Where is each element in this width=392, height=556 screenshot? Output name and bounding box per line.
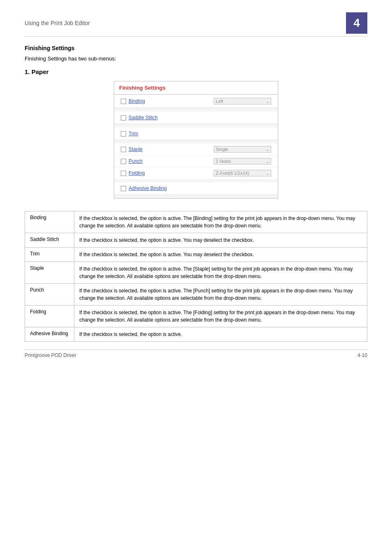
gap-5: [114, 195, 278, 198]
adhesive-label[interactable]: Adhesive Binding: [129, 185, 271, 191]
desc-cell: If the checkbox is selected, the option …: [74, 233, 367, 248]
saddle-stitch-label[interactable]: Saddle Stitch: [129, 115, 271, 120]
staple-select-arrow: ⌄: [266, 147, 269, 152]
binding-label[interactable]: Binding: [129, 98, 214, 104]
dialog-group-spf: Staple Single ⌄ Punch 2 Holes ⌄ Folding …: [114, 144, 278, 179]
subsection-title: 1. Paper: [25, 68, 367, 75]
term-cell: Adhesive Binding: [25, 327, 74, 342]
page-header: Using the Print Job Editor 4: [25, 12, 367, 37]
desc-cell: If the checkbox is selected, the option …: [74, 327, 367, 342]
section-title: Finishing Settings: [25, 45, 367, 51]
desc-cell: If the checkbox is selected, the option …: [74, 262, 367, 284]
footer-page-number: 4-10: [357, 352, 367, 358]
folding-select[interactable]: Z-Fold(8 1/2x14) ⌄: [214, 170, 271, 176]
description-table: BindingIf the checkbox is selected, the …: [25, 211, 367, 342]
table-row: FoldingIf the checkbox is selected, the …: [25, 306, 367, 327]
folding-select-arrow: ⌄: [266, 171, 269, 176]
punch-select[interactable]: 2 Holes ⌄: [214, 158, 271, 164]
footer-product: Printgroove POD Driver: [25, 352, 76, 358]
table-row: Saddle StitchIf the checkbox is selected…: [25, 233, 367, 248]
desc-cell: If the checkbox is selected, the option …: [74, 284, 367, 306]
dialog-row-trim: Trim: [114, 127, 278, 140]
binding-select-arrow: ⌄: [266, 99, 269, 104]
adhesive-checkbox[interactable]: [121, 186, 126, 191]
section-intro: Finishing Settings has two sub-menus:: [25, 56, 367, 62]
page-footer: Printgroove POD Driver 4-10: [25, 350, 367, 358]
desc-cell: If the checkbox is selected, the option …: [74, 306, 367, 327]
term-cell: Staple: [25, 262, 74, 284]
table-row: BindingIf the checkbox is selected, the …: [25, 211, 367, 233]
trim-label[interactable]: Trim: [129, 131, 271, 137]
punch-select-value: 2 Holes: [216, 159, 231, 164]
dialog-row-punch: Punch 2 Holes ⌄: [114, 155, 278, 167]
desc-cell: If the checkbox is selected, the option …: [74, 211, 367, 233]
gap-3: [114, 140, 278, 144]
gap-4: [114, 179, 278, 182]
dialog-title: Finishing Settings: [114, 81, 278, 95]
table-row: PunchIf the checkbox is selected, the op…: [25, 284, 367, 306]
finishing-settings-dialog: Finishing Settings Binding Left ⌄ Saddle…: [114, 81, 278, 199]
dialog-row-adhesive: Adhesive Binding: [114, 182, 278, 195]
term-cell: Binding: [25, 211, 74, 233]
folding-select-value: Z-Fold(8 1/2x14): [216, 171, 249, 176]
staple-label[interactable]: Staple: [129, 146, 214, 152]
saddle-stitch-checkbox[interactable]: [121, 115, 126, 120]
punch-select-arrow: ⌄: [266, 159, 269, 164]
staple-checkbox[interactable]: [121, 147, 126, 152]
binding-select-value: Left: [216, 99, 223, 104]
page-container: Using the Print Job Editor 4 Finishing S…: [0, 0, 392, 366]
table-row: TrimIf the checkbox is selected, the opt…: [25, 248, 367, 262]
term-cell: Punch: [25, 284, 74, 306]
dialog-row-binding: Binding Left ⌄: [114, 95, 278, 108]
folding-checkbox[interactable]: [121, 171, 126, 176]
term-cell: Trim: [25, 248, 74, 262]
trim-checkbox[interactable]: [121, 131, 126, 137]
term-cell: Folding: [25, 306, 74, 327]
folding-label[interactable]: Folding: [129, 170, 214, 176]
table-row: Adhesive BindingIf the checkbox is selec…: [25, 327, 367, 342]
punch-checkbox[interactable]: [121, 159, 126, 164]
gap-2: [114, 124, 278, 127]
table-row: StapleIf the checkbox is selected, the o…: [25, 262, 367, 284]
binding-select[interactable]: Left ⌄: [214, 98, 271, 104]
staple-select[interactable]: Single ⌄: [214, 146, 271, 153]
term-cell: Saddle Stitch: [25, 233, 74, 248]
chapter-number: 4: [346, 12, 367, 34]
dialog-row-folding: Folding Z-Fold(8 1/2x14) ⌄: [114, 167, 278, 179]
binding-checkbox[interactable]: [121, 99, 126, 104]
dialog-row-staple: Staple Single ⌄: [114, 144, 278, 155]
gap-1: [114, 108, 278, 111]
dialog-row-saddle-stitch: Saddle Stitch: [114, 111, 278, 124]
punch-label[interactable]: Punch: [129, 158, 214, 164]
header-title: Using the Print Job Editor: [25, 20, 90, 26]
desc-cell: If the checkbox is selected, the option …: [74, 248, 367, 262]
staple-select-value: Single: [216, 147, 228, 152]
